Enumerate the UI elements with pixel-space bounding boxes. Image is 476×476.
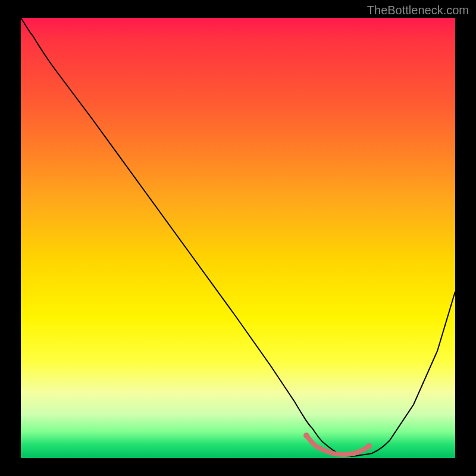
- optimal-range-highlight: [306, 436, 369, 455]
- curve-svg: [21, 18, 455, 458]
- chart-plot-area: [21, 18, 455, 458]
- bottleneck-curve-line: [21, 18, 455, 456]
- highlight-end-dot: [366, 443, 372, 449]
- watermark-text: TheBottleneck.com: [367, 4, 469, 17]
